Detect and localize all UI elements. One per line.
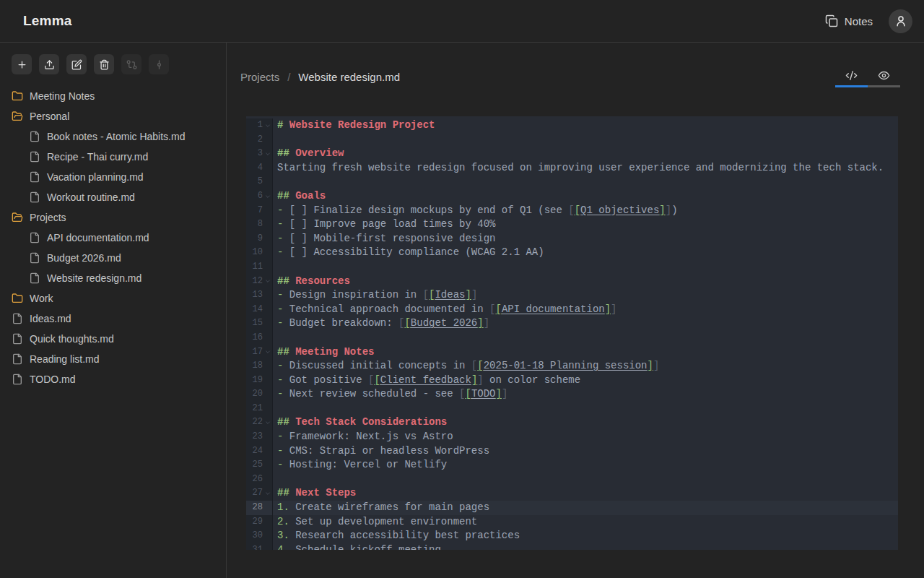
tree-folder-meeting-notes[interactable]: Meeting Notes [12,86,226,106]
tree-folder-personal[interactable]: Personal [12,106,226,126]
editor-line-7[interactable]: 7- [ ] Finalize design mockups by end of… [246,204,898,218]
fold-chevron-down-icon[interactable] [263,123,272,129]
editor-line-27[interactable]: 27## Next Steps [246,486,898,501]
editor-line-2[interactable]: 2 [246,133,898,147]
wiki-link[interactable]: [ [477,360,483,371]
editor-line-5[interactable]: 5 [246,175,898,189]
wiki-link[interactable]: [ [404,317,410,329]
editor-line-9[interactable]: 9- [ ] Mobile-first responsive design [246,232,898,246]
line-number: 12 [246,275,263,289]
editor-line-12[interactable]: 12## Resources [246,275,898,289]
line-number: 26 [246,473,263,487]
folder-icon [12,90,23,102]
wiki-link[interactable]: [ [465,388,471,400]
notes-nav-button[interactable]: Notes [825,14,873,27]
editor-line-30[interactable]: 303. Research accessibility best practic… [246,529,898,543]
editor-line-21[interactable]: 21 [246,402,898,416]
source-view-button[interactable] [835,66,868,85]
wiki-link[interactable]: [ [495,303,501,315]
editor-line-24[interactable]: 24- CMS: Strapi or headless WordPress [246,444,898,459]
gutter: 19 [246,374,273,388]
wiki-link[interactable]: Q1 objectives [580,204,659,216]
tree-file-website-redesign-md[interactable]: Website redesign.md [12,268,226,288]
tree-file-todo-md[interactable]: TODO.md [12,369,226,389]
tree-file-quick-thoughts-md[interactable]: Quick thoughts.md [12,329,226,349]
wiki-link[interactable]: 2025-01-18 Planning session [484,360,648,371]
editor-line-15[interactable]: 15- Budget breakdown: [[Budget 2026]] [246,316,898,331]
editor-line-18[interactable]: 18- Discussed initial concepts in [[2025… [246,359,898,374]
wiki-link[interactable]: ] [659,204,665,216]
editor-line-14[interactable]: 14- Technical approach documented in [[A… [246,303,898,317]
tree-file-budget-2026-md[interactable]: Budget 2026.md [12,248,226,268]
tree-file-api-documentation-md[interactable]: API documentation.md [12,228,226,248]
editor-line-1[interactable]: 1# Website Redesign Project [246,118,898,133]
editor-line-25[interactable]: 25- Hosting: Vercel or Netlify [246,458,898,473]
tree-file-workout-routine-md[interactable]: Workout routine.md [12,187,226,207]
wiki-link[interactable]: Client feedback [380,374,471,386]
wiki-link[interactable]: ] [605,303,611,315]
fold-chevron-down-icon[interactable] [263,420,272,426]
line-number: 16 [246,331,263,345]
user-avatar[interactable] [889,9,912,33]
tree-file-vacation-planning-md[interactable]: Vacation planning.md [12,167,226,187]
wiki-link[interactable]: ] [495,388,501,400]
code-segment: Hosting: Vercel or Netlify [289,459,447,470]
editor-line-19[interactable]: 19- Got positive [[Client feedback]] on … [246,374,898,388]
file-icon [29,252,40,264]
editor-line-28[interactable]: 281. Create wireframes for main pages [246,501,898,515]
code-segment: ## [277,275,295,287]
editor-line-11[interactable]: 11 [246,260,898,275]
fold-chevron-down-icon[interactable] [263,194,272,199]
line-number: 14 [246,303,263,317]
editor-line-16[interactable]: 16 [246,331,898,345]
wiki-link[interactable]: ] [648,360,653,371]
line-number: 8 [246,217,263,232]
fold-chevron-down-icon[interactable] [263,278,272,284]
wiki-link[interactable]: [ [575,204,580,216]
toolbar-new-note-button[interactable] [12,54,32,74]
toolbar-upload-button[interactable] [39,54,59,74]
editor-line-26[interactable]: 26 [246,473,898,487]
fold-chevron-down-icon[interactable] [263,349,272,355]
code-content: Starting fresh website redesign focused … [273,161,884,176]
editor-line-8[interactable]: 8- [ ] Improve page load times by 40% [246,217,898,232]
breadcrumb-folder[interactable]: Projects [240,71,279,83]
tree-file-ideas-md[interactable]: Ideas.md [12,309,226,329]
gutter: 9 [246,232,273,246]
tree-folder-work[interactable]: Work [12,288,226,309]
wiki-link[interactable]: Budget 2026 [411,317,477,329]
editor-line-29[interactable]: 292. Set up development environment [246,515,898,530]
editor-line-23[interactable]: 23- Framework: Next.js vs Astro [246,430,898,444]
editor-line-6[interactable]: 6## Goals [246,189,898,204]
wiki-link[interactable]: ] [465,289,471,301]
wiki-link[interactable]: [ [374,374,380,386]
editor-line-10[interactable]: 10- [ ] Accessibility compliance (WCAG 2… [246,246,898,260]
code-icon [845,69,858,82]
toolbar-delete-button[interactable] [94,54,114,74]
code-content: ## Tech Stack Considerations [273,415,447,430]
editor-line-20[interactable]: 20- Next review scheduled - see [[TODO]] [246,387,898,402]
toolbar-edit-button[interactable] [66,54,87,74]
editor-line-22[interactable]: 22## Tech Stack Considerations [246,415,898,430]
tree-folder-projects[interactable]: Projects [12,207,226,228]
code-content: - [ ] Mobile-first responsive design [273,232,495,246]
editor-line-17[interactable]: 17## Meeting Notes [246,345,898,360]
trash-icon [99,59,110,70]
editor-line-13[interactable]: 13- Design inspiration in [[Ideas]] [246,288,898,303]
tree-file-recipe-thai-curry-md[interactable]: Recipe - Thai curry.md [12,147,226,167]
gutter: 24 [246,444,273,459]
wiki-link[interactable]: Ideas [435,289,465,301]
main-header: Projects / Website redesign.md [240,63,900,90]
wiki-link[interactable]: TODO [471,388,496,400]
wiki-link[interactable]: API documentation [502,303,605,315]
fold-chevron-down-icon[interactable] [263,491,272,496]
tree-file-book-notes-atomic-habits-md[interactable]: Book notes - Atomic Habits.md [12,126,226,147]
preview-button[interactable] [868,66,900,85]
wiki-link[interactable]: ] [477,317,483,329]
editor-line-4[interactable]: 4Starting fresh website redesign focused… [246,161,898,176]
editor-line-31[interactable]: 314. Schedule kickoff meeting [246,543,898,550]
tree-file-reading-list-md[interactable]: Reading list.md [12,349,226,369]
markdown-editor[interactable]: 1# Website Redesign Project23## Overview… [246,116,898,550]
editor-line-3[interactable]: 3## Overview [246,147,898,161]
fold-chevron-down-icon[interactable] [263,151,272,157]
